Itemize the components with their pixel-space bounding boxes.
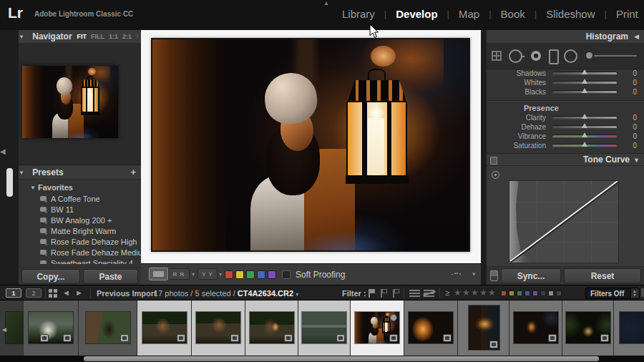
color-label-red[interactable] [225,270,233,279]
filter-chip-purple[interactable] [532,290,538,296]
previous-photo-arrow-icon[interactable]: ◄ [62,288,70,298]
adjustment-badge-icon[interactable] [284,334,293,342]
slider-blacks[interactable]: Blacks 0 [487,87,644,97]
module-map[interactable]: Map [459,8,479,20]
zoom-ratio-stepper-icon[interactable]: ↕ [136,30,139,43]
filmstrip-cell[interactable] [351,300,404,356]
slider-track[interactable] [552,82,617,84]
slider-saturation[interactable]: Saturation 0 [487,141,644,150]
histogram-panel-header[interactable]: Histogram ◀ [487,30,644,44]
slider-clarity[interactable]: Clarity 0 [487,113,644,122]
chevron-down-icon[interactable]: ▾ [296,291,298,298]
slider-vibrance[interactable]: Vibrance 0 [487,132,644,141]
module-library[interactable]: Library [342,8,375,20]
tone-curve-panel-header[interactable]: Tone Curve ▼ [487,153,644,166]
quick-collection-dot-icon[interactable] [390,314,397,321]
preset-group-favorites[interactable]: ▼ Favorites [30,183,73,192]
main-photo[interactable] [152,39,469,250]
zoom-fit[interactable]: FIT [77,30,87,43]
paste-button[interactable]: Paste [83,269,138,284]
next-photo-arrow-icon[interactable]: ► [75,288,83,298]
selection-status[interactable]: 17 photos / 5 selected / CT4A2634.CR2 ▾ [154,288,298,300]
slider-track[interactable] [552,117,617,119]
filmstrip-cell[interactable] [298,300,351,356]
filter-lock-icon[interactable] [641,288,644,297]
radial-filter-icon[interactable] [564,49,577,63]
slider-thumb[interactable] [582,132,587,137]
zoom-1-1[interactable]: 1:1 [109,30,118,43]
chevron-down-icon[interactable]: ▾ [192,271,195,278]
filter-chip-none[interactable] [540,290,546,296]
tone-curve-graph[interactable] [509,180,619,263]
adjustment-badge-icon[interactable] [40,334,49,342]
photo-thumbnail[interactable] [196,312,240,343]
slider-track[interactable] [552,145,617,147]
adjustment-badge-icon[interactable] [548,334,557,342]
crop-overlay-icon[interactable] [492,51,502,61]
left-panel-scrollbar[interactable] [6,168,13,197]
preset-item[interactable]: Matte Bright Warm [40,225,116,236]
photo-thumbnail[interactable] [514,312,558,343]
spot-removal-icon[interactable] [509,49,522,63]
navigator-panel-header[interactable]: ▼ Navigator FIT FILL 1:1 2:1 ↕ [19,30,141,44]
flag-rejected-icon[interactable] [392,289,400,298]
photo-thumbnail[interactable] [29,312,73,343]
adjustment-badge-icon[interactable] [63,334,72,342]
red-eye-icon[interactable] [531,51,541,61]
star-icon[interactable]: ★ [454,288,462,298]
adjustment-badge-icon[interactable] [336,334,345,342]
filmstrip-cell[interactable] [79,300,137,356]
preset-item[interactable]: A Coffee Tone [40,193,100,204]
reset-button[interactable]: Reset [564,268,641,283]
filmstrip-cell[interactable] [137,300,192,356]
zoom-fill[interactable]: FILL [91,30,104,43]
filmstrip-cell[interactable] [614,300,644,356]
slider-track[interactable] [552,91,617,93]
module-book[interactable]: Book [501,8,525,20]
adjustment-brush-icon[interactable] [586,52,592,59]
slider-thumb[interactable] [582,123,587,128]
tone-curve-line[interactable] [509,181,618,263]
filter-chip-none[interactable] [556,290,562,296]
sync-switch-icon[interactable] [490,270,498,281]
slider-thumb[interactable] [582,114,587,119]
slider-track[interactable] [552,72,617,74]
color-label-purple[interactable] [268,270,276,279]
photo-thumbnail[interactable] [142,312,187,343]
adjustment-badge-icon[interactable] [120,334,129,342]
preset-item[interactable]: Sweetheart Speciality 4 [40,258,133,264]
slideshow-arc-icon[interactable] [451,273,462,280]
filter-chip-yellow[interactable] [509,290,514,296]
adjustment-badge-icon[interactable] [600,334,609,342]
adjustment-badge-icon[interactable] [177,334,185,342]
zoom-2-1[interactable]: 2:1 [122,30,132,43]
preset-item[interactable]: Rose Fade Dehaze High [40,236,137,247]
photo-thumbnail[interactable] [302,312,346,343]
top-panel-collapse-icon[interactable]: ▲ [323,0,329,6]
filter-chip-blue[interactable] [525,290,530,296]
graduated-filter-icon[interactable] [549,49,559,64]
left-panel-collapse-icon[interactable]: ◀ [0,147,6,155]
toolbar-options-chevron-icon[interactable]: ▾ [472,270,476,278]
slider-whites[interactable]: Whites 0 [487,78,644,87]
filmstrip-cell[interactable] [562,300,614,356]
slider-track[interactable] [552,126,617,128]
adjustment-badge-icon[interactable] [489,341,498,348]
slider-thumb[interactable] [582,69,587,74]
photo-thumbnail[interactable] [566,312,610,343]
targeted-adjustment-icon[interactable] [492,171,499,179]
adjustment-badge-icon[interactable] [443,334,452,342]
panel-switch-icon[interactable] [490,157,497,165]
filter-chip-green[interactable] [517,290,522,296]
panel-collapse-icon[interactable]: ◀ [634,34,639,40]
photo-thumbnail[interactable] [469,305,499,350]
preset-item[interactable]: Rose Fade Dehaze Medium [40,247,141,258]
module-slideshow[interactable]: Slideshow [546,8,595,20]
color-label-green[interactable] [246,270,255,279]
grid-view-icon[interactable] [49,289,52,293]
before-after-view-icon[interactable]: Y Y [197,268,218,280]
edited-filter-icon[interactable] [409,290,420,297]
color-label-yellow[interactable] [235,270,244,279]
flag-picked-icon[interactable] [368,289,376,298]
filmstrip-cell[interactable] [509,300,562,356]
